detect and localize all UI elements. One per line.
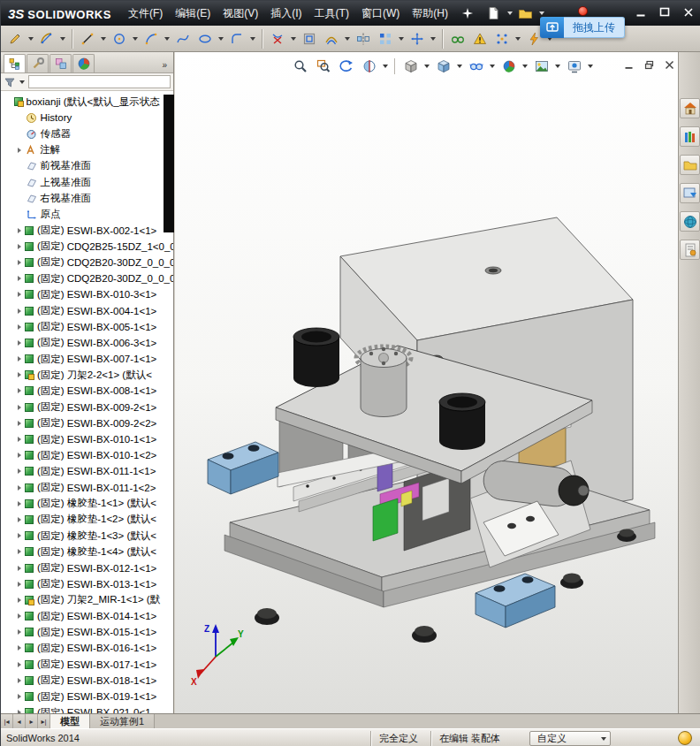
view-settings-caret[interactable] (588, 65, 593, 68)
graphics-viewport[interactable]: Z Y X (175, 52, 678, 713)
tree-component-row[interactable]: (固定)ESWI-BX-002-1<1> (1, 223, 173, 239)
offset-entities-icon[interactable] (322, 29, 341, 49)
apply-scene-caret[interactable] (555, 65, 560, 68)
doc-restore-button[interactable] (642, 59, 656, 71)
tab-scroll-button-2[interactable]: ▸ (26, 714, 38, 728)
menu-edit[interactable]: 编辑(E) (169, 4, 217, 23)
mirror-entities-icon[interactable] (354, 29, 373, 49)
tree-root-assembly[interactable]: boxianji (默认<默认_显示状态 (1, 94, 173, 110)
expand-arrow-icon[interactable] (18, 582, 21, 587)
line-icon[interactable] (78, 29, 97, 49)
tree-component-row[interactable]: (固定)ESWI-BX-021-0<1 (1, 704, 173, 713)
expand-arrow-icon[interactable] (18, 148, 21, 153)
tree-component-row[interactable]: (固定)ESWI-BX-010-1<2> (1, 447, 173, 463)
tab-motion-study-1[interactable]: 运动算例1 (90, 714, 155, 728)
convert-entities-icon[interactable] (300, 29, 319, 49)
expand-arrow-icon[interactable] (18, 453, 21, 458)
sidebar-item-annotations[interactable]: 注解 (1, 142, 173, 158)
arc-caret[interactable] (164, 37, 170, 41)
trim-entities-icon[interactable] (268, 29, 287, 49)
move-caret[interactable] (430, 37, 436, 41)
tree-component-row[interactable]: (固定)CDQ2B25-15DZ_1<0_0_0 (1, 239, 173, 255)
tree-component-row[interactable]: (固定)橡胶垫-1<4> (默认< (1, 544, 173, 560)
tree-component-row[interactable]: (固定)ESWI-BX-019-1<1> (1, 689, 173, 704)
previous-view-icon[interactable] (336, 57, 356, 75)
display-style-icon[interactable] (433, 57, 453, 75)
custom-properties-icon[interactable] (680, 240, 700, 260)
fillet-caret[interactable] (250, 37, 255, 41)
quick-tips-icon[interactable] (678, 731, 692, 745)
expand-arrow-icon[interactable] (18, 645, 21, 651)
sketch-fillet-icon[interactable] (227, 29, 247, 49)
sidebar-item-sensors[interactable]: 传感器 (1, 126, 173, 141)
menu-window[interactable]: 窗口(W) (355, 4, 406, 23)
tree-component-row[interactable]: (固定)刀架2-2<1> (默认< (1, 367, 173, 383)
filter-caret[interactable] (19, 80, 25, 84)
display-style-caret[interactable] (457, 65, 462, 68)
tab-scroll-button-0[interactable]: |◂ (1, 714, 13, 728)
expand-arrow-icon[interactable] (18, 276, 21, 281)
maximize-button[interactable] (657, 5, 673, 19)
circle-caret[interactable] (133, 37, 138, 41)
pattern-caret[interactable] (399, 37, 404, 41)
expand-arrow-icon[interactable] (18, 501, 21, 506)
move-entities-icon[interactable] (407, 29, 427, 49)
tree-component-row[interactable]: (固定)ESWI-BX-006-3<1> (1, 335, 173, 351)
tree-component-row[interactable]: (固定)ESWI-BX-017-1<1> (1, 657, 173, 673)
expand-arrow-icon[interactable] (18, 566, 21, 571)
hide-show-caret[interactable] (490, 65, 495, 68)
linear-sketch-pattern-icon[interactable] (376, 29, 395, 49)
view-palette-icon[interactable] (680, 183, 700, 203)
expand-arrow-icon[interactable] (18, 613, 21, 619)
edit-appearance-caret[interactable] (522, 65, 528, 68)
open-caret[interactable] (539, 11, 544, 15)
expand-arrow-icon[interactable] (18, 356, 21, 362)
expand-arrow-icon[interactable] (18, 308, 21, 314)
expand-arrow-icon[interactable] (18, 437, 21, 442)
custom-dropdown[interactable]: 自定义 (529, 731, 611, 746)
tree-component-row[interactable]: (固定)ESWI-BX-011-1<1> (1, 463, 173, 479)
menu-view[interactable]: 视图(V) (217, 4, 264, 23)
view-orientation-caret[interactable] (424, 65, 430, 68)
zoom-to-fit-icon[interactable] (290, 57, 310, 75)
sidebar-item-right-plane[interactable]: 右视基准面 (1, 190, 173, 206)
solidworks-resources-icon[interactable] (680, 98, 700, 118)
tree-component-row[interactable]: (固定)ESWI-BX-009-2<1> (1, 400, 173, 415)
expand-arrow-icon[interactable] (18, 517, 21, 522)
quick-snaps-icon[interactable] (492, 29, 512, 49)
expand-arrow-icon[interactable] (18, 260, 21, 265)
sketch-icon[interactable] (5, 29, 25, 49)
zoom-to-area-icon[interactable] (313, 57, 333, 75)
expand-arrow-icon[interactable] (18, 405, 21, 410)
expand-arrow-icon[interactable] (18, 324, 21, 330)
menu-help[interactable]: 帮助(H) (406, 4, 454, 23)
tab-model[interactable]: 模型 (50, 714, 90, 728)
propertymanager-tab[interactable] (27, 54, 49, 72)
tree-component-row[interactable]: (固定)ESWI-BX-005-1<1> (1, 319, 173, 335)
expand-arrow-icon[interactable] (18, 598, 21, 603)
menu-tools[interactable]: 工具(T) (308, 4, 355, 23)
appearances-scenes-icon[interactable] (680, 211, 700, 232)
tree-filter-input[interactable] (28, 75, 171, 88)
tree-component-row[interactable]: (固定)刀架2_MIR-1<1> (默 (1, 592, 173, 608)
tree-component-row[interactable]: (固定)ESWI-BX-008-1<1> (1, 383, 173, 399)
menu-insert[interactable]: 插入(I) (264, 4, 308, 23)
tree-component-row[interactable]: (固定)ESWI-BX-014-1<1> (1, 608, 173, 624)
display-delete-relations-icon[interactable] (448, 29, 468, 49)
tree-component-row[interactable]: (固定)ESWI-BX-018-1<1> (1, 673, 173, 689)
doc-close-button[interactable] (662, 59, 676, 71)
tree-component-row[interactable]: (固定)橡胶垫-1<3> (默认< (1, 528, 173, 544)
new-document-caret[interactable] (507, 11, 513, 15)
expand-arrow-icon[interactable] (18, 244, 21, 249)
featuremanager-tab[interactable] (4, 54, 26, 72)
panel-edge-strip[interactable] (164, 95, 174, 232)
tree-component-row[interactable]: (固定)ESWI-BX-015-1<1> (1, 624, 173, 640)
panel-overflow-icon[interactable]: » (162, 60, 171, 72)
edit-appearance-icon[interactable] (498, 57, 519, 75)
expand-arrow-icon[interactable] (18, 292, 21, 297)
assembly-model[interactable]: Z Y X (175, 52, 678, 713)
open-button[interactable] (516, 4, 536, 22)
circle-icon[interactable] (110, 29, 129, 49)
smart-dimension-icon[interactable] (37, 29, 57, 49)
expand-arrow-icon[interactable] (18, 228, 21, 233)
